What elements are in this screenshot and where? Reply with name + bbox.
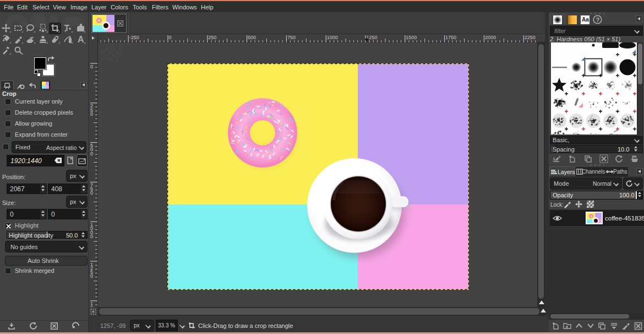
svg-text:2250: 2250: [525, 35, 536, 40]
svg-text:1750: 1750: [445, 35, 456, 40]
svg-text:250: 250: [208, 35, 216, 40]
svg-text:500: 500: [248, 35, 256, 40]
svg-text:0: 0: [169, 35, 172, 40]
svg-text:750: 750: [287, 35, 296, 40]
svg-text:1000: 1000: [327, 35, 338, 40]
svg-text:2000: 2000: [485, 35, 496, 40]
svg-text:0: 0: [90, 273, 93, 279]
svg-text:-250: -250: [129, 35, 139, 40]
svg-text:?: ?: [596, 17, 600, 23]
svg-text:0: 0: [90, 190, 93, 196]
svg-text:0: 0: [90, 64, 93, 69]
svg-text:0: 0: [90, 111, 93, 117]
svg-text:0: 0: [90, 234, 93, 239]
svg-text:1500: 1500: [406, 35, 417, 40]
svg-text:0: 0: [90, 151, 93, 157]
